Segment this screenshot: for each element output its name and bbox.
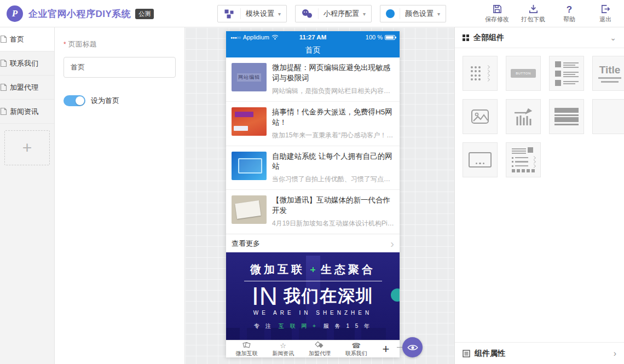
download-label: 打包下载 [521, 15, 545, 24]
phone-tab-bar: 微加互联 ☆ 新闻资讯 加盟代理 ☎ 联系我们 [226, 340, 400, 357]
sidebar-item-news[interactable]: 新闻资讯 [0, 100, 54, 124]
view-more-row[interactable]: 查看更多 › [226, 234, 400, 252]
miniprogram-config-button[interactable]: 小程序配置 ▾ [295, 5, 372, 22]
brand: P 企业官网小程序DIY系统 公测 [7, 5, 154, 22]
tab-weijia[interactable]: 微加互联 [228, 341, 265, 357]
battery-icon [385, 35, 395, 40]
module-settings-label: 模块设置 [246, 9, 274, 19]
component-tile-image-grid[interactable] [592, 99, 624, 134]
carrier-label: Applidium [243, 34, 269, 41]
view-more-label: 查看更多 [232, 239, 260, 249]
chevron-right-icon: › [390, 238, 394, 249]
image-text-list-component-icon [555, 60, 579, 88]
chevron-down-icon: ⌄ [610, 33, 616, 42]
grid-icon [463, 34, 469, 41]
exit-icon [600, 4, 611, 14]
news-summary: 4月19日新加坡知名互动媒体设计机构Pinh... [272, 219, 394, 228]
component-properties-title: 组件属性 [475, 349, 505, 359]
news-thumbnail [232, 107, 267, 136]
tab-label: 联系我们 [345, 350, 367, 357]
news-title: 【微加通讯】互动媒体的新一代合作开发 [272, 195, 394, 216]
sidebar-item-label: 新闻资讯 [10, 107, 38, 117]
save-icon [492, 4, 502, 14]
exit-button[interactable]: 退出 [591, 4, 620, 24]
news-thumbnail [232, 152, 267, 180]
banner-title-right: 生态聚合 [321, 262, 375, 277]
phone-status-bar: ●●●○○ Applidium 11:27 AM 100 % [226, 31, 400, 43]
news-list: 网站编辑 微加提醒：网页编辑应避免出现敏感词与极限词 网站编辑，是指负责网站栏目… [226, 57, 400, 234]
add-page-button[interactable]: + [4, 130, 50, 165]
caret-down-icon: ▾ [278, 11, 281, 17]
help-button[interactable]: ? 帮助 [555, 4, 583, 24]
plus-icon: + [383, 342, 390, 356]
banner-divider [244, 281, 382, 281]
caret-down-icon: ▾ [363, 11, 366, 17]
component-tile-list[interactable] [463, 56, 498, 91]
component-tile-image[interactable] [463, 99, 498, 134]
news-title: 搞事情！代金券大派送，免费得H5网站！ [272, 107, 394, 128]
page-icon [0, 35, 7, 43]
tab-agency[interactable]: 加盟代理 [302, 341, 338, 357]
page-icon [0, 107, 7, 115]
page-list-sidebar: 首页 联系我们 加盟代理 新闻资讯 + [0, 27, 55, 364]
news-item[interactable]: 网站编辑 微加提醒：网页编辑应避免出现敏感词与极限词 网站编辑，是指负责网站栏目… [226, 57, 400, 101]
battery-label: 100 % [366, 34, 383, 41]
component-tiles-grid: BUTTON Title [455, 48, 624, 185]
download-button[interactable]: 打包下载 [519, 4, 547, 24]
news-item[interactable]: 自助建站系统 让每个人拥有自己的网站 当你习惯了自拍上传优酷、习惯了写点小... [226, 146, 400, 190]
page-icon [0, 83, 7, 91]
components-panel-header[interactable]: 全部组件 ⌄ [455, 27, 624, 48]
component-tile-button[interactable]: BUTTON [506, 56, 541, 91]
banner-tagline: 专 注 互 联 网 + 服 务 1 5 年 [254, 322, 372, 330]
help-icon: ? [567, 4, 572, 14]
set-home-row: 设为首页 [63, 95, 176, 106]
news-thumbnail: 网站编辑 [232, 63, 267, 91]
components-panel: 全部组件 ⌄ BUTTON [454, 27, 624, 364]
preview-eye-button[interactable] [402, 337, 423, 357]
news-thumbnail [232, 195, 267, 224]
component-tile-title[interactable]: Title [592, 56, 624, 91]
design-canvas: ●●●○○ Applidium 11:27 AM 100 % 首页 网站编辑 微… [185, 27, 454, 364]
add-tab-button[interactable]: + [374, 342, 397, 356]
news-item[interactable]: 【微加通讯】互动媒体的新一代合作开发 4月19日新加坡知名互动媒体设计机构Pin… [226, 189, 400, 234]
sidebar-item-contact[interactable]: 联系我们 [0, 51, 54, 76]
app-title: 企业官网小程序DIY系统 [28, 8, 131, 20]
component-tile-chart[interactable] [506, 99, 541, 134]
component-tile-article-list[interactable] [506, 142, 541, 177]
color-settings-button[interactable]: 颜色设置 ▾ [380, 5, 446, 22]
module-settings-button[interactable]: 模块设置 ▾ [217, 5, 287, 22]
page-title-input[interactable] [63, 57, 176, 78]
required-mark: * [63, 41, 66, 48]
component-tile-carousel[interactable] [463, 142, 498, 177]
tab-news[interactable]: ☆ 新闻资讯 [265, 341, 302, 357]
beta-badge: 公测 [135, 9, 154, 19]
banner-teal-dot [391, 288, 400, 302]
news-summary: 网站编辑，是指负责网站栏目相关内容的... [272, 86, 394, 96]
component-tile-image-text-list[interactable] [549, 56, 584, 91]
component-properties-bar[interactable]: 组件属性 › [455, 342, 624, 364]
banner-plus-icon [310, 267, 315, 272]
page-title-field-label: *页面标题 [63, 39, 176, 49]
miniprogram-config-label: 小程序配置 [323, 9, 359, 19]
banner-image[interactable]: 微加互联 生态聚合 IN 我们在深圳 WE ARE IN SHENZHEN 专 … [226, 252, 400, 340]
tags-icon [315, 341, 324, 349]
sidebar-item-label: 加盟代理 [10, 83, 38, 93]
set-home-toggle[interactable] [63, 95, 85, 106]
news-title: 自助建站系统 让每个人拥有自己的网站 [272, 152, 394, 172]
properties-list-icon [463, 350, 470, 357]
eye-icon [407, 344, 418, 351]
news-item[interactable]: 搞事情！代金券大派送，免费得H5网站！ 微加15年来一直秉承着“用心感动客户！”… [226, 101, 400, 146]
component-tile-banner-rows[interactable] [549, 99, 584, 134]
sidebar-item-agency[interactable]: 加盟代理 [0, 76, 54, 100]
page-properties-panel: *页面标题 设为首页 [55, 27, 185, 364]
tab-contact[interactable]: ☎ 联系我们 [338, 341, 374, 357]
sidebar-item-home[interactable]: 首页 [0, 27, 54, 51]
news-title: 微加提醒：网页编辑应避免出现敏感词与极限词 [272, 63, 394, 84]
top-toolbar: P 企业官网小程序DIY系统 公测 模块设置 ▾ [0, 0, 624, 27]
news-summary: 当你习惯了自拍上传优酷、习惯了写点小... [272, 175, 394, 184]
image-grid-component-icon [599, 114, 621, 119]
wechat-icon [301, 8, 319, 19]
sidebar-item-label: 联系我们 [10, 59, 38, 68]
save-button[interactable]: 保存修改 [483, 4, 511, 24]
phone-nav-title: 首页 [226, 43, 400, 57]
